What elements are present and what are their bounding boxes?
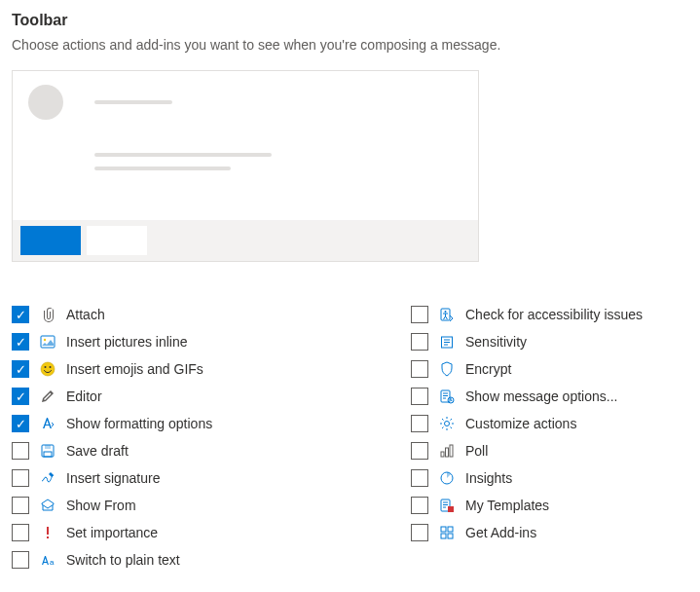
compose-preview: [12, 70, 479, 262]
option-label: Insights: [465, 470, 512, 486]
option-row: ✓Insert emojis and GIFs: [12, 355, 391, 383]
option-row: Insights: [411, 464, 643, 492]
customize-icon: [438, 416, 456, 431]
paperclip-icon: [39, 307, 56, 322]
checkbox[interactable]: ✓: [12, 360, 29, 378]
formatting-icon: [39, 416, 56, 431]
option-row: ✓Editor: [12, 383, 391, 410]
skeleton-line: [94, 153, 272, 157]
checkbox[interactable]: [12, 442, 29, 460]
preview-footer: [13, 220, 478, 261]
checkbox[interactable]: [12, 497, 29, 514]
addins-icon: [438, 525, 456, 540]
checkbox[interactable]: [411, 388, 428, 405]
checkbox[interactable]: ✓: [12, 388, 29, 405]
option-label: Encrypt: [465, 361, 511, 377]
checkbox[interactable]: [12, 524, 29, 541]
option-row: ✓Show formatting options: [12, 410, 391, 437]
skeleton-line: [94, 166, 231, 170]
checkbox[interactable]: [12, 551, 29, 569]
option-label: Editor: [66, 388, 102, 404]
checkbox[interactable]: [12, 469, 29, 487]
message-options-icon: [438, 388, 456, 404]
checkbox[interactable]: [411, 469, 428, 487]
option-row: Set importance: [12, 519, 391, 546]
poll-icon: [438, 443, 456, 459]
option-row: Show From: [12, 492, 391, 519]
checkbox[interactable]: ✓: [12, 333, 29, 351]
option-label: Show formatting options: [66, 416, 212, 431]
signature-icon: [39, 470, 56, 486]
option-label: Show message options...: [465, 388, 617, 404]
checkbox[interactable]: [411, 497, 428, 514]
option-row: ✓Insert pictures inline: [12, 328, 391, 355]
checkbox[interactable]: [411, 415, 428, 432]
option-label: Get Add-ins: [465, 525, 536, 540]
sensitivity-icon: [438, 334, 456, 350]
option-row: Customize actions: [411, 410, 643, 437]
option-label: Insert pictures inline: [66, 334, 188, 350]
preview-primary-button: [20, 226, 81, 255]
accessibility-icon: [438, 307, 456, 322]
checkbox[interactable]: ✓: [12, 415, 29, 432]
option-label: Insert signature: [66, 470, 161, 486]
picture-icon: [39, 334, 56, 350]
checkbox[interactable]: [411, 360, 428, 378]
checkbox[interactable]: ✓: [12, 306, 29, 323]
page-title: Toolbar: [12, 12, 688, 29]
skeleton-line: [94, 100, 172, 104]
option-row: Save draft: [12, 437, 391, 464]
preview-secondary-button: [87, 226, 147, 255]
option-label: Customize actions: [465, 416, 576, 431]
page-subtitle: Choose actions and add-ins you want to s…: [12, 37, 688, 53]
option-row: Poll: [411, 437, 643, 464]
options-right-column: Check for accessibility issuesSensitivit…: [411, 301, 643, 574]
templates-icon: [438, 498, 456, 513]
emoji-icon: [39, 361, 56, 377]
option-label: Insert emojis and GIFs: [66, 361, 203, 377]
option-label: My Templates: [465, 498, 549, 513]
option-row: My Templates: [411, 492, 643, 519]
from-icon: [39, 498, 56, 513]
checkbox[interactable]: [411, 333, 428, 351]
option-label: Switch to plain text: [66, 552, 180, 568]
checkbox[interactable]: [411, 442, 428, 460]
option-row: Get Add-ins: [411, 519, 643, 546]
options-left-column: ✓Attach✓Insert pictures inline✓Insert em…: [12, 301, 391, 574]
option-label: Set importance: [66, 525, 158, 540]
option-row: Check for accessibility issues: [411, 301, 643, 328]
option-row: Sensitivity: [411, 328, 643, 355]
option-row: Encrypt: [411, 355, 643, 383]
option-label: Sensitivity: [465, 334, 527, 350]
option-label: Attach: [66, 307, 105, 322]
pen-icon: [39, 388, 56, 404]
insights-icon: [438, 470, 456, 486]
option-label: Show From: [66, 498, 136, 513]
option-row: ✓Attach: [12, 301, 391, 328]
option-row: Switch to plain text: [12, 546, 391, 574]
plaintext-icon: [39, 552, 56, 568]
option-row: Insert signature: [12, 464, 391, 492]
avatar-placeholder: [28, 85, 63, 120]
option-label: Poll: [465, 443, 488, 459]
option-label: Check for accessibility issues: [465, 307, 643, 322]
encrypt-icon: [438, 361, 456, 377]
option-label: Save draft: [66, 443, 129, 459]
save-icon: [39, 443, 56, 459]
option-row: Show message options...: [411, 383, 643, 410]
importance-icon: [39, 525, 56, 540]
checkbox[interactable]: [411, 306, 428, 323]
checkbox[interactable]: [411, 524, 428, 541]
